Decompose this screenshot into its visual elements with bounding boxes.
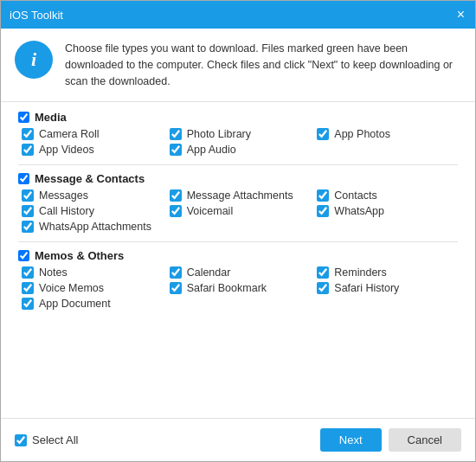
checkbox-voice-memos[interactable] (22, 282, 34, 294)
checkbox-app-document[interactable] (22, 298, 34, 310)
checkbox-reminders[interactable] (317, 266, 329, 279)
divider-2 (18, 241, 458, 242)
checkbox-safari-bookmark[interactable] (170, 282, 182, 294)
info-icon-circle: i (15, 41, 53, 79)
label-contacts: Contacts (334, 189, 376, 202)
checkbox-whatsapp-attachments[interactable] (22, 221, 34, 233)
list-item: App Photos (317, 128, 458, 140)
checkbox-calendar[interactable] (170, 266, 182, 279)
section-media-label: Media (35, 111, 67, 124)
section-memos-others: Memos & Others Notes Calendar Reminders (18, 249, 458, 310)
section-message-contacts-label: Message & Contacts (35, 172, 145, 185)
list-item: App Videos (22, 144, 163, 156)
section-message-contacts-header: Message & Contacts (18, 172, 458, 185)
message-contacts-items-grid: Messages Message Attachments Contacts Ca… (18, 189, 458, 233)
main-window: iOS Toolkit × i Choose file types you wa… (0, 0, 476, 462)
section-memos-others-label: Memos & Others (35, 249, 124, 262)
titlebar: iOS Toolkit × (1, 1, 475, 29)
label-safari-bookmark: Safari Bookmark (187, 282, 267, 294)
checkbox-photo-library[interactable] (170, 128, 182, 140)
list-item: App Audio (170, 144, 311, 156)
label-call-history: Call History (39, 205, 94, 217)
checkbox-app-photos[interactable] (317, 128, 329, 140)
label-camera-roll: Camera Roll (39, 128, 99, 140)
footer-buttons: Next Cancel (320, 428, 461, 452)
label-safari-history: Safari History (334, 282, 399, 294)
label-app-document: App Document (39, 298, 111, 310)
checkbox-voicemail[interactable] (170, 205, 182, 217)
label-app-photos: App Photos (334, 128, 390, 140)
label-photo-library: Photo Library (187, 128, 251, 140)
media-items-grid: Camera Roll Photo Library App Photos App… (18, 128, 458, 156)
list-item: Photo Library (170, 128, 311, 140)
label-app-audio: App Audio (187, 144, 236, 156)
list-item: Messages (22, 189, 163, 202)
checkbox-safari-history[interactable] (317, 282, 329, 294)
checkbox-contacts[interactable] (317, 189, 329, 202)
list-item: Voicemail (170, 205, 311, 217)
list-item: Message Attachments (170, 189, 311, 202)
section-media-header: Media (18, 111, 458, 124)
section-media: Media Camera Roll Photo Library App Phot… (18, 111, 458, 156)
section-message-contacts-checkbox[interactable] (18, 173, 29, 184)
cancel-button[interactable]: Cancel (389, 428, 461, 452)
select-all-checkbox[interactable] (15, 434, 27, 446)
select-all-label: Select All (32, 433, 78, 446)
info-description: Choose file types you want to download. … (65, 41, 461, 89)
list-item: Camera Roll (22, 128, 163, 140)
content-area: Media Camera Roll Photo Library App Phot… (1, 102, 475, 418)
section-memos-others-checkbox[interactable] (18, 250, 29, 261)
list-item: Notes (22, 266, 163, 279)
checkbox-whatsapp[interactable] (317, 205, 329, 217)
label-messages: Messages (39, 189, 88, 202)
list-item: Voice Memos (22, 282, 163, 294)
label-calendar: Calendar (187, 266, 231, 279)
section-message-contacts: Message & Contacts Messages Message Atta… (18, 172, 458, 233)
select-all-area: Select All (15, 433, 78, 446)
checkbox-camera-roll[interactable] (22, 128, 34, 140)
list-item: Call History (22, 205, 163, 217)
label-app-videos: App Videos (39, 144, 94, 156)
list-item: Safari Bookmark (170, 282, 311, 294)
label-voice-memos: Voice Memos (39, 282, 104, 294)
label-whatsapp: WhatsApp (334, 205, 384, 217)
section-media-checkbox[interactable] (18, 112, 29, 123)
memos-others-items-grid: Notes Calendar Reminders Voice Memos Saf… (18, 266, 458, 310)
label-reminders: Reminders (334, 266, 386, 279)
divider-1 (18, 164, 458, 165)
list-item: Reminders (317, 266, 458, 279)
checkbox-message-attachments[interactable] (170, 189, 182, 202)
label-whatsapp-attachments: WhatsApp Attachments (39, 221, 151, 233)
checkbox-app-videos[interactable] (22, 144, 34, 156)
list-item: Calendar (170, 266, 311, 279)
window-title: iOS Toolkit (10, 9, 63, 22)
label-message-attachments: Message Attachments (187, 189, 293, 202)
checkbox-notes[interactable] (22, 266, 34, 279)
list-item: App Document (22, 298, 163, 310)
checkbox-app-audio[interactable] (170, 144, 182, 156)
close-button[interactable]: × (455, 8, 466, 22)
list-item: WhatsApp Attachments (22, 221, 163, 233)
list-item: WhatsApp (317, 205, 458, 217)
checkbox-messages[interactable] (22, 189, 34, 202)
checkbox-call-history[interactable] (22, 205, 34, 217)
label-notes: Notes (39, 266, 68, 279)
info-letter: i (31, 48, 36, 71)
list-item: Safari History (317, 282, 458, 294)
next-button[interactable]: Next (320, 428, 382, 452)
info-section: i Choose file types you want to download… (1, 29, 475, 102)
section-memos-others-header: Memos & Others (18, 249, 458, 262)
list-item: Contacts (317, 189, 458, 202)
label-voicemail: Voicemail (187, 205, 234, 217)
footer: Select All Next Cancel (1, 418, 475, 461)
